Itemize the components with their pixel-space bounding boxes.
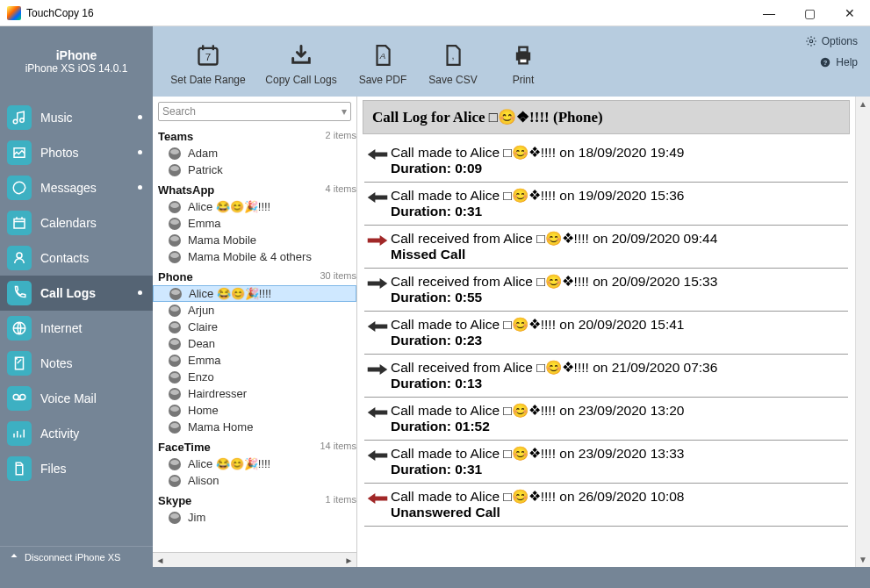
dropdown-caret-icon: ▾ — [342, 105, 347, 118]
call-summary: Call made to Alice □😊❖!!!! on 19/09/2020… — [391, 188, 684, 204]
call-detail: Unanswered Call — [391, 505, 684, 520]
scroll-right-icon[interactable]: ► — [342, 556, 356, 565]
sidebar-item-voice-mail[interactable]: Voice Mail — [0, 381, 153, 416]
call-summary: Call made to Alice □😊❖!!!! on 26/09/2020… — [391, 489, 684, 505]
contact-item[interactable]: Arjun — [153, 302, 356, 319]
sidebar-item-internet[interactable]: Internet — [0, 311, 153, 346]
avatar-icon — [169, 234, 181, 247]
contact-name: Claire — [188, 320, 218, 333]
sidebar-item-call-logs[interactable]: Call Logs — [0, 276, 153, 311]
outgoing-arrow-icon — [364, 317, 391, 334]
disconnect-button[interactable]: Disconnect iPhone XS — [0, 546, 153, 567]
avatar-icon — [169, 321, 181, 333]
call-summary: Call received from Alice □😊❖!!!! on 20/0… — [391, 231, 717, 247]
contact-item[interactable]: Enzo — [153, 369, 356, 385]
call-log-entry[interactable]: Call made to Alice □😊❖!!!! on 23/09/2020… — [364, 398, 848, 441]
group-count: 1 items — [326, 494, 356, 505]
call-detail: Duration: 0:31 — [391, 204, 684, 219]
sidebar-item-notes[interactable]: Notes — [0, 346, 153, 381]
contact-item[interactable]: Claire — [153, 319, 356, 335]
call-log-entry[interactable]: Call received from Alice □😊❖!!!! on 21/0… — [364, 355, 848, 398]
call-log-entry[interactable]: Call made to Alice □😊❖!!!! on 19/09/2020… — [364, 183, 848, 226]
group-count: 4 items — [326, 183, 356, 194]
close-button[interactable]: ✕ — [830, 0, 870, 26]
sidebar-item-photos[interactable]: Photos — [0, 135, 153, 170]
horizontal-scrollbar[interactable]: ◄ ► — [153, 552, 356, 567]
vertical-scrollbar[interactable]: ▲ ▼ — [855, 97, 870, 567]
options-link[interactable]: Options — [805, 35, 858, 47]
music-icon — [7, 105, 32, 130]
contact-item[interactable]: Alice 😂😊🎉!!!! — [153, 285, 356, 302]
outgoing-arrow-icon — [364, 446, 391, 463]
contact-item[interactable]: Alice 😂😊🎉!!!! — [153, 455, 356, 472]
scroll-left-icon[interactable]: ◄ — [153, 556, 168, 565]
contact-item[interactable]: Hairdresser — [153, 385, 356, 402]
help-link[interactable]: ? Help — [805, 56, 858, 68]
contacts-icon — [7, 246, 32, 270]
device-detail: iPhone XS iOS 14.0.1 — [25, 62, 128, 75]
contact-item[interactable]: Adam — [153, 145, 356, 161]
contact-name: Alice 😂😊🎉!!!! — [188, 457, 270, 470]
contact-list[interactable]: Teams2 itemsAdamPatrickWhatsApp4 itemsAl… — [153, 125, 356, 552]
print-button[interactable]: Print — [488, 37, 558, 86]
svg-rect-7 — [519, 47, 527, 53]
sidebar-item-label: Voice Mail — [40, 391, 97, 405]
contact-item[interactable]: Mama Mobile & 4 others — [153, 248, 356, 265]
svg-text:,: , — [451, 50, 454, 61]
contact-item[interactable]: Jim — [153, 509, 356, 526]
save-pdf-button[interactable]: A Save PDF — [348, 37, 418, 86]
call-log-entry[interactable]: Call made to Alice □😊❖!!!! on 18/09/2020… — [364, 140, 848, 183]
sidebar-item-contacts[interactable]: Contacts — [0, 240, 153, 276]
scroll-down-icon[interactable]: ▼ — [856, 552, 870, 567]
contact-item[interactable]: Mama Mobile — [153, 232, 356, 248]
call-log-entry[interactable]: Call received from Alice □😊❖!!!! on 20/0… — [364, 226, 848, 269]
outgoing-arrow-icon — [364, 188, 391, 205]
sidebar-item-calendars[interactable]: Calendars — [0, 205, 153, 240]
contact-name: Dean — [188, 337, 215, 350]
contact-name: Alice 😂😊🎉!!!! — [188, 200, 270, 213]
contact-item[interactable]: Mama Home — [153, 419, 356, 435]
search-input[interactable]: Search ▾ — [158, 102, 351, 121]
call-log-entry[interactable]: Call made to Alice □😊❖!!!! on 20/09/2020… — [364, 312, 848, 355]
contact-item[interactable]: Alison — [153, 472, 356, 489]
contact-item[interactable]: Emma — [153, 215, 356, 232]
contact-item[interactable]: Home — [153, 402, 356, 419]
call-summary: Call received from Alice □😊❖!!!! on 20/0… — [391, 274, 717, 290]
call-log-entry[interactable]: Call received from Alice □😊❖!!!! on 20/0… — [364, 269, 848, 312]
contact-name: Mama Mobile & 4 others — [188, 250, 312, 263]
contact-name: Jim — [188, 511, 205, 524]
scroll-up-icon[interactable]: ▲ — [856, 97, 870, 111]
sidebar-item-label: Contacts — [40, 251, 89, 265]
contact-item[interactable]: Dean — [153, 335, 356, 352]
contact-item[interactable]: Emma — [153, 352, 356, 369]
app-icon — [7, 6, 21, 20]
outgoing-arrow-icon — [364, 403, 391, 420]
copy-call-logs-button[interactable]: Copy Call Logs — [255, 37, 348, 86]
unread-dot-icon — [138, 115, 142, 119]
maximize-button[interactable]: ▢ — [789, 0, 830, 26]
messages-icon — [7, 176, 32, 200]
contact-group-header: WhatsApp4 items — [153, 178, 356, 198]
sidebar-item-files[interactable]: Files — [0, 451, 153, 486]
svg-text:A: A — [379, 51, 386, 61]
avatar-icon — [169, 405, 181, 417]
sidebar-item-label: Photos — [40, 146, 79, 160]
contact-item[interactable]: Alice 😂😊🎉!!!! — [153, 198, 356, 215]
sidebar-item-music[interactable]: Music — [0, 100, 153, 135]
contact-name: Mama Home — [188, 420, 253, 434]
contact-name: Emma — [188, 354, 221, 367]
call-log-entry[interactable]: Call made to Alice □😊❖!!!! on 23/09/2020… — [364, 441, 848, 484]
call-summary: Call made to Alice □😊❖!!!! on 20/09/2020… — [391, 317, 684, 333]
minimize-button[interactable]: — — [749, 0, 789, 26]
sidebar-item-label: Messages — [40, 181, 97, 195]
contact-item[interactable]: Patrick — [153, 161, 356, 178]
sidebar-item-messages[interactable]: Messages — [0, 170, 153, 205]
save-csv-button[interactable]: , Save CSV — [418, 37, 488, 86]
group-count: 14 items — [320, 441, 356, 451]
sidebar-item-activity[interactable]: Activity — [0, 416, 153, 451]
call-log-entry[interactable]: Call made to Alice □😊❖!!!! on 26/09/2020… — [364, 484, 848, 527]
calendars-icon — [7, 211, 32, 235]
sidebar-item-label: Internet — [40, 321, 82, 335]
svg-point-9 — [809, 39, 813, 43]
set-date-range-button[interactable]: 7 Set Date Range — [162, 37, 255, 86]
